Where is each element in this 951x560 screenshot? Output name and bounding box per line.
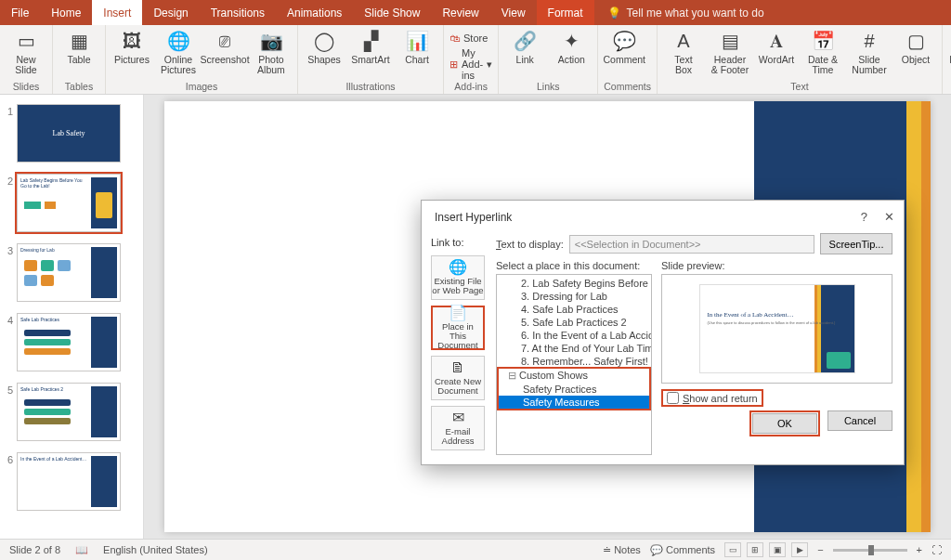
photo-album-button[interactable]: 📷Photo Album: [251, 27, 292, 75]
tab-view[interactable]: View: [490, 0, 537, 25]
tab-format[interactable]: Format: [537, 0, 594, 25]
date-time-button[interactable]: 📅Date & Time: [802, 27, 843, 75]
tab-design[interactable]: Design: [142, 0, 199, 25]
place-tree[interactable]: 2. Lab Safety Begins Before Y 3. Dressin…: [496, 274, 652, 455]
tab-home[interactable]: Home: [40, 0, 92, 25]
group-tables: Tables: [59, 81, 99, 94]
text-box-button[interactable]: AText Box: [663, 27, 704, 75]
linkto-email[interactable]: ✉E-mail Address: [431, 406, 485, 450]
thumbnail-slide-1[interactable]: Lab Safety: [17, 104, 121, 163]
document-place-icon: 📄: [449, 306, 467, 321]
tree-custom-safety-practices[interactable]: Safety Practices: [499, 383, 649, 396]
online-pictures-button[interactable]: 🌐Online Pictures: [158, 27, 199, 75]
language-status[interactable]: English (United States): [103, 544, 208, 555]
shapes-icon: ◯: [311, 30, 337, 52]
spellcheck-icon[interactable]: 📖: [75, 544, 88, 556]
tab-insert[interactable]: Insert: [92, 0, 142, 25]
slide-number-icon: #: [856, 30, 882, 52]
tree-slide-2[interactable]: 2. Lab Safety Begins Before Y: [497, 277, 651, 290]
thumbnail-slide-5[interactable]: Safe Lab Practices 2: [17, 383, 121, 441]
new-slide-button[interactable]: ▭New Slide: [6, 27, 46, 75]
new-doc-icon: 🗎: [450, 360, 465, 376]
email-icon: ✉: [452, 410, 464, 426]
screenshot-button[interactable]: ⎚Screenshot: [204, 27, 245, 65]
thumbnail-slide-3[interactable]: Dressing for Lab: [17, 243, 121, 302]
slide-preview: In the Event of a Lab Accident… (Use thi…: [661, 274, 892, 384]
chart-button[interactable]: 📊Chart: [397, 27, 437, 65]
group-comments: Comments: [604, 81, 651, 94]
action-button[interactable]: ✦Action: [551, 27, 592, 65]
group-links: Links: [504, 81, 592, 94]
comment-button[interactable]: 💬Comment: [604, 27, 645, 65]
show-and-return-checkbox[interactable]: Show and return: [661, 389, 763, 407]
help-icon[interactable]: ?: [861, 210, 867, 224]
linkto-existing-file[interactable]: 🌐Existing File or Web Page: [431, 255, 485, 300]
tree-slide-5[interactable]: 5. Safe Lab Practices 2: [497, 316, 651, 329]
ok-button[interactable]: OK: [752, 413, 817, 434]
close-icon[interactable]: ✕: [884, 210, 894, 224]
screentip-button[interactable]: ScreenTip...: [820, 233, 892, 254]
pictures-button[interactable]: 🖼Pictures: [111, 27, 152, 65]
text-to-display-input: [569, 235, 814, 254]
preview-slide-subtitle: (Use this space to discuss procedures to…: [708, 320, 836, 325]
tab-transitions[interactable]: Transitions: [200, 0, 276, 25]
thumb-num: 6: [0, 452, 17, 465]
ribbon: ▭New Slide Slides ▦Table Tables 🖼Picture…: [0, 25, 951, 95]
tab-review[interactable]: Review: [431, 0, 489, 25]
smartart-button[interactable]: ▞SmartArt: [350, 27, 391, 65]
tell-me-search[interactable]: 💡Tell me what you want to do: [607, 0, 764, 25]
tree-custom-safety-measures[interactable]: Safety Measures: [499, 396, 649, 409]
zoom-in-button[interactable]: +: [917, 544, 922, 555]
normal-view-button[interactable]: ▭: [724, 542, 741, 557]
comments-button[interactable]: 💬 Comments: [650, 544, 715, 556]
thumbnail-slide-6[interactable]: In the Event of a Lab Accident…: [17, 452, 121, 511]
header-footer-button[interactable]: ▤Header & Footer: [710, 27, 750, 75]
linkto-create-new[interactable]: 🗎Create New Document: [431, 356, 485, 400]
photo-album-icon: 📷: [258, 30, 284, 52]
text-box-icon: A: [671, 30, 697, 52]
tree-custom-shows[interactable]: Custom Shows: [499, 369, 649, 383]
thumb-num: 2: [0, 174, 17, 187]
store-button[interactable]: 🛍Store: [449, 33, 492, 44]
tree-slide-4[interactable]: 4. Safe Lab Practices: [497, 303, 651, 316]
shapes-button[interactable]: ◯Shapes: [304, 27, 345, 65]
slideshow-view-button[interactable]: ▶: [791, 542, 808, 557]
group-text: Text: [663, 81, 936, 94]
object-button[interactable]: ▢Object: [895, 27, 936, 65]
tree-slide-3[interactable]: 3. Dressing for Lab: [497, 290, 651, 303]
screenshot-icon: ⎚: [212, 30, 238, 52]
group-illustrations: Illustrations: [304, 81, 437, 94]
preview-slide-title: In the Event of a Lab Accident…: [708, 311, 794, 319]
pictures-icon: 🖼: [119, 30, 145, 52]
status-bar: Slide 2 of 8 📖 English (United States) ≐…: [0, 539, 951, 560]
reading-view-button[interactable]: ▣: [769, 542, 786, 557]
wordart-button[interactable]: 𝐀WordArt: [756, 27, 797, 65]
slide-number-button[interactable]: #Slide Number: [849, 27, 890, 75]
tab-animations[interactable]: Animations: [276, 0, 353, 25]
thumb-num: 3: [0, 243, 17, 256]
notes-button[interactable]: ≐ Notes: [603, 544, 641, 556]
zoom-out-button[interactable]: −: [817, 544, 823, 555]
tree-slide-8[interactable]: 8. Remember... Safety First!: [497, 355, 651, 368]
slide-thumbnails-panel: 1 Lab Safety 2 Lab Safety Begins Before …: [0, 95, 144, 539]
cancel-button[interactable]: Cancel: [827, 410, 892, 431]
slide-counter: Slide 2 of 8: [9, 544, 60, 555]
group-addins: Add-ins: [449, 81, 492, 94]
sorter-view-button[interactable]: ⊞: [747, 542, 763, 557]
tab-file[interactable]: File: [0, 0, 40, 25]
link-button[interactable]: 🔗Link: [504, 27, 545, 65]
action-icon: ✦: [558, 30, 584, 52]
my-addins-button[interactable]: ⊞My Add-ins ▾: [449, 47, 492, 81]
addins-icon: ⊞: [449, 59, 458, 71]
tree-slide-6[interactable]: 6. In the Event of a Lab Accid: [497, 329, 651, 342]
show-and-return-input[interactable]: [667, 392, 679, 404]
thumbnail-slide-4[interactable]: Safe Lab Practices: [17, 313, 121, 371]
fit-to-window-button[interactable]: ⛶: [931, 544, 942, 555]
tree-slide-7[interactable]: 7. At the End of Your Lab Tim: [497, 342, 651, 355]
zoom-slider[interactable]: [833, 549, 907, 552]
tab-slideshow[interactable]: Slide Show: [353, 0, 431, 25]
table-button[interactable]: ▦Table: [59, 27, 99, 65]
slide-preview-label: Slide preview:: [661, 260, 892, 271]
linkto-place-in-document[interactable]: 📄Place in This Document: [431, 306, 485, 350]
thumbnail-slide-2[interactable]: Lab Safety Begins Before You Go to the L…: [17, 174, 121, 232]
